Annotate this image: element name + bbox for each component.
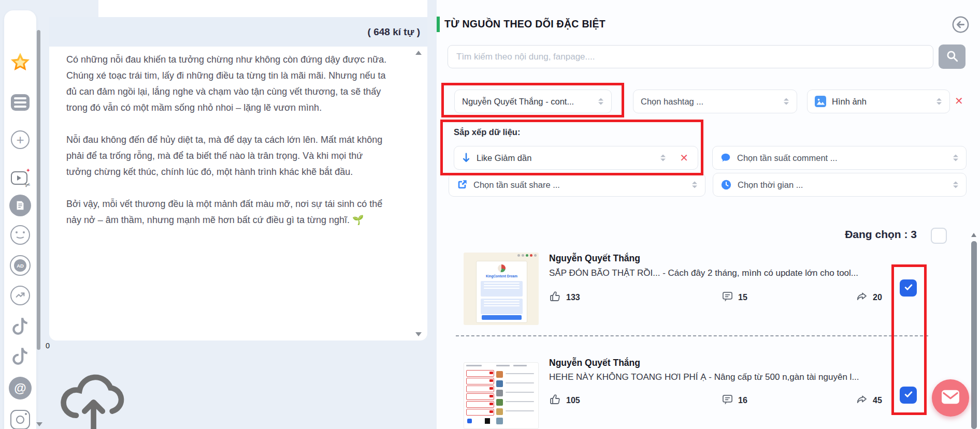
post-comment-stat: 15 xyxy=(722,290,747,304)
panel-scrollbar[interactable] xyxy=(971,241,977,429)
panel-scroll-up-icon[interactable] xyxy=(971,233,976,237)
thumbnail-decoration xyxy=(506,401,534,402)
sidebar-item-home[interactable] xyxy=(4,52,36,76)
clear-sort-button[interactable]: ✕ xyxy=(680,153,688,163)
editor-scroll-down-icon[interactable] xyxy=(415,332,422,336)
thumbnail-photo xyxy=(496,390,503,396)
editor-text[interactable]: Có những nỗi đau khiến ta tưởng chừng nh… xyxy=(66,52,388,244)
post-thumbnail[interactable] xyxy=(464,362,539,429)
clear-media-filter-button[interactable]: ✕ xyxy=(955,96,963,106)
thumbnail-block xyxy=(481,299,523,314)
star-logo-icon xyxy=(9,52,31,76)
search-icon xyxy=(945,49,959,65)
thumbnail-logo xyxy=(498,264,506,272)
chevron-updown-icon xyxy=(936,98,942,105)
editor-header: ( 648 kí tự ) xyxy=(49,17,427,47)
hashtag-select[interactable]: Chọn hashtag ... xyxy=(633,90,797,113)
like-icon xyxy=(549,393,561,408)
thumbnail-decoration xyxy=(467,419,472,423)
like-count: 133 xyxy=(566,293,580,302)
thumbnail-row xyxy=(466,393,494,400)
comment-count: 15 xyxy=(738,293,747,302)
comment-icon xyxy=(722,393,733,407)
media-type-select[interactable]: Hình ảnh xyxy=(807,90,950,113)
select-all-checkbox[interactable] xyxy=(931,228,947,244)
thumbnail-decoration xyxy=(506,410,534,411)
tiktok-icon xyxy=(11,316,30,338)
thumbnail-row xyxy=(466,401,494,408)
cloud-upload-dropzone[interactable] xyxy=(49,365,138,429)
script-icon xyxy=(9,195,31,216)
ad-icon: AD xyxy=(10,255,31,276)
thumbnail-decoration xyxy=(506,392,534,393)
editor-top-bar xyxy=(98,0,427,17)
share-icon xyxy=(856,290,868,305)
sidebar-item-add[interactable]: + xyxy=(4,130,36,149)
content-editor[interactable]: Có những nỗi đau khiến ta tưởng chừng nh… xyxy=(49,47,427,341)
checkmark-icon xyxy=(903,282,914,294)
search-button[interactable] xyxy=(939,45,965,69)
sidebar-scroll-down-icon[interactable] xyxy=(36,422,42,426)
chevron-updown-icon xyxy=(784,98,789,105)
editor-paragraph: Có những nỗi đau khiến ta tưởng chừng nh… xyxy=(66,52,388,116)
post-thumbnail[interactable]: KingContent Dream xyxy=(464,253,539,325)
thumbnail-decoration xyxy=(513,365,527,366)
sidebar-item-instagram[interactable] xyxy=(4,410,36,429)
clock-icon xyxy=(720,179,732,190)
post-like-stat: 133 xyxy=(549,290,580,305)
comment-icon xyxy=(722,290,733,304)
post-checkbox-checked[interactable] xyxy=(900,387,917,404)
like-icon xyxy=(549,290,561,305)
sidebar-item-trends[interactable] xyxy=(4,286,36,305)
threads-icon: @ xyxy=(9,377,32,400)
back-arrow-icon xyxy=(951,27,970,36)
app-root: + ✦ ✂ xyxy=(0,0,980,429)
sidebar-item-emoji[interactable] xyxy=(4,225,36,245)
checkmark-icon xyxy=(903,389,914,402)
left-sidebar: + ✦ ✂ xyxy=(4,10,36,429)
chevron-updown-icon xyxy=(953,182,958,188)
sidebar-item-tiktok-2[interactable] xyxy=(4,346,36,368)
editor-scroll-up-icon[interactable] xyxy=(415,51,422,55)
post-checkbox-checked[interactable] xyxy=(900,279,917,297)
post-snippet[interactable]: SẮP ĐÓN BÃO THẬT RỒI... - Cách đây 2 thá… xyxy=(549,268,912,278)
post-divider xyxy=(456,335,928,336)
comment-frequency-select[interactable]: Chọn tần suất comment ... xyxy=(712,146,967,170)
chevron-updown-icon xyxy=(598,98,603,105)
time-range-select[interactable]: Chọn thời gian ... xyxy=(713,173,967,197)
image-icon xyxy=(815,96,826,107)
fanpage-select[interactable]: Nguyễn Quyết Thắng - cont... xyxy=(454,90,612,113)
thumbnail-row xyxy=(466,409,494,416)
list-icon xyxy=(11,94,30,111)
thumbnail-decoration xyxy=(506,373,534,374)
sidebar-item-threads[interactable]: @ xyxy=(4,377,36,400)
sidebar-item-content-list[interactable] xyxy=(4,94,36,111)
plus-circle-icon: + xyxy=(11,130,30,149)
post-snippet[interactable]: HEHE NÀY KHÔNG TOANG HƠI PHÍ Ạ - Nâng cấ… xyxy=(549,372,912,382)
panel-title: TỪ NGUỒN THEO DÕI ĐẶC BIỆT xyxy=(444,18,606,30)
sort-select[interactable]: Like Giảm dần ✕ xyxy=(454,146,698,170)
media-type-value: Hình ảnh xyxy=(832,97,867,107)
thumbnail-photo xyxy=(496,380,503,387)
post-author[interactable]: Nguyễn Quyết Thắng xyxy=(549,358,640,368)
comment-frequency-value: Chọn tần suất comment ... xyxy=(737,153,838,163)
sidebar-item-tiktok-1[interactable] xyxy=(4,316,36,338)
thumbnail-photo xyxy=(496,399,503,406)
share-frequency-select[interactable]: Chọn tần suất share ... xyxy=(449,173,705,197)
share-count: 20 xyxy=(873,293,882,302)
sidebar-scrollbar[interactable] xyxy=(37,30,40,350)
sidebar-item-ads[interactable]: AD xyxy=(4,255,36,276)
chevron-updown-icon xyxy=(660,155,666,161)
post-author[interactable]: Nguyễn Quyết Thắng xyxy=(549,253,640,264)
post-share-stat: 45 xyxy=(856,393,882,408)
like-count: 105 xyxy=(566,396,580,405)
char-count: ( 648 kí tự ) xyxy=(368,26,420,38)
share-icon xyxy=(856,393,868,408)
search-input[interactable] xyxy=(448,45,933,68)
trend-icon xyxy=(10,286,30,305)
sidebar-item-script[interactable] xyxy=(4,195,36,216)
thumbnail-photo xyxy=(496,371,503,378)
contact-fab-button[interactable] xyxy=(932,379,969,417)
back-button[interactable] xyxy=(951,15,970,34)
sidebar-item-video-editor[interactable]: ✦ ✂ xyxy=(4,167,36,190)
